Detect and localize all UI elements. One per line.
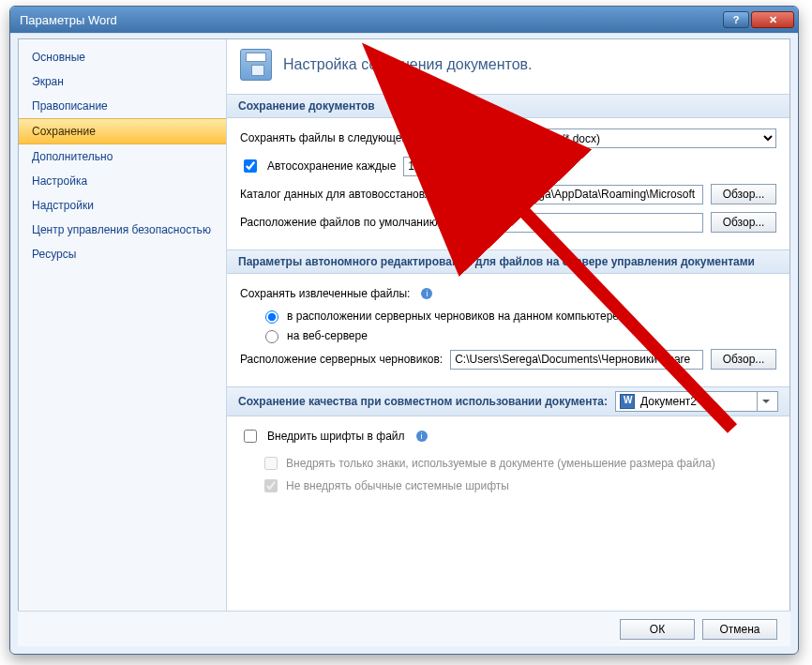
- main-panel: Настройка сохранения документов. Сохране…: [227, 39, 789, 645]
- radio-local-drafts[interactable]: [265, 310, 278, 324]
- autosave-label: Автосохранение каждые: [267, 159, 396, 173]
- group-offline-title: Параметры автономного редактирования для…: [227, 249, 789, 274]
- info-icon[interactable]: i: [416, 431, 428, 442]
- chevron-down-icon: [757, 392, 774, 411]
- radio-local-label: в расположении серверных черновиков на д…: [287, 310, 619, 323]
- embed-subset-label: Внедрять только знаки, используемые в до…: [286, 457, 715, 470]
- format-label: Сохранять файлы в следующем формате:: [240, 131, 462, 144]
- ok-button[interactable]: ОК: [620, 619, 695, 640]
- sidebar-item-general[interactable]: Основные: [19, 45, 226, 69]
- dialog-footer: ОК Отмена: [18, 611, 790, 646]
- skip-system-fonts-label: Не внедрять обычные системные шрифты: [286, 479, 509, 492]
- radio-web-label: на веб-сервере: [287, 329, 368, 342]
- sidebar-item-trust[interactable]: Центр управления безопасностью: [19, 218, 226, 242]
- group-sharing-header: Сохранение качества при совместном испол…: [227, 386, 789, 416]
- drafts-browse-button[interactable]: Обзор...: [711, 349, 776, 370]
- cancel-button[interactable]: Отмена: [702, 619, 777, 640]
- dialog-window: Параметры Word ? ✕ Основные Экран Правоп…: [9, 6, 799, 655]
- sidebar-item-customize[interactable]: Настройка: [19, 169, 226, 193]
- word-doc-icon: [620, 394, 635, 409]
- autosave-checkbox[interactable]: [244, 159, 257, 173]
- sidebar-item-display[interactable]: Экран: [19, 69, 226, 94]
- sidebar-item-save[interactable]: Сохранение: [19, 118, 226, 144]
- autosave-minutes-input[interactable]: [403, 157, 446, 176]
- drafts-label: Расположение серверных черновиков:: [240, 353, 443, 366]
- recovery-browse-button[interactable]: Обзор...: [711, 184, 776, 204]
- sidebar-item-resources[interactable]: Ресурсы: [19, 242, 226, 266]
- recovery-label: Каталог данных для автовосстановления:: [240, 188, 456, 201]
- window-buttons: ? ✕: [723, 11, 794, 28]
- embed-fonts-checkbox[interactable]: [244, 430, 257, 443]
- document-selector[interactable]: Документ2: [615, 391, 778, 412]
- default-loc-browse-button[interactable]: Обзор...: [711, 212, 776, 233]
- embed-subset-checkbox: [264, 457, 278, 470]
- embed-fonts-label: Внедрить шрифты в файл: [267, 430, 405, 443]
- group-sharing-title: Сохранение качества при совместном испол…: [238, 395, 608, 408]
- layout: Основные Экран Правописание Сохранение Д…: [19, 39, 789, 645]
- close-button[interactable]: ✕: [751, 11, 794, 28]
- sidebar-item-advanced[interactable]: Дополнительно: [19, 144, 226, 169]
- default-loc-input[interactable]: [463, 213, 703, 233]
- sidebar-item-addins[interactable]: Надстройки: [19, 193, 226, 218]
- drafts-path-input[interactable]: [450, 350, 703, 370]
- sidebar-item-proofing[interactable]: Правописание: [19, 94, 226, 118]
- client-area: Основные Экран Правописание Сохранение Д…: [18, 38, 790, 646]
- page-header: Настройка сохранения документов.: [227, 39, 789, 94]
- format-select[interactable]: Документ Word (*.docx): [470, 128, 776, 148]
- checked-out-label: Сохранять извлеченные файлы:: [240, 287, 410, 300]
- window-title: Параметры Word: [20, 13, 723, 27]
- recovery-path-input[interactable]: [463, 185, 703, 204]
- group-save-body: Сохранять файлы в следующем формате: Док…: [227, 118, 789, 249]
- group-offline-body: Сохранять извлеченные файлы: i в располо…: [227, 274, 789, 386]
- autosave-unit: минут: [454, 159, 485, 173]
- page-title: Настройка сохранения документов.: [283, 56, 532, 73]
- group-save-title: Сохранение документов: [227, 94, 789, 118]
- save-icon: [240, 49, 272, 81]
- default-loc-label: Расположение файлов по умолчанию:: [240, 216, 456, 229]
- radio-web-server[interactable]: [265, 330, 278, 343]
- help-button[interactable]: ?: [723, 11, 749, 28]
- document-name: Документ2: [640, 395, 697, 408]
- group-sharing-body: Внедрить шрифты в файл i Внедрять только…: [227, 416, 789, 508]
- info-icon[interactable]: i: [421, 288, 432, 299]
- titlebar: Параметры Word ? ✕: [10, 7, 798, 33]
- skip-system-fonts-checkbox: [264, 479, 278, 492]
- sidebar: Основные Экран Правописание Сохранение Д…: [19, 39, 227, 645]
